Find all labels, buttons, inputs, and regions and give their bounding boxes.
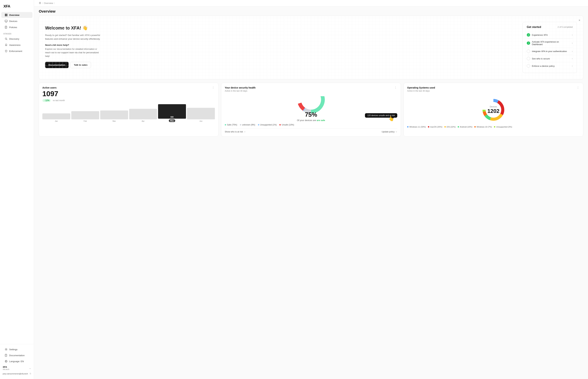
- donut-container: 75%: [294, 96, 328, 117]
- svg-rect-1: [6, 14, 7, 15]
- bar-feb-rect: [71, 111, 99, 119]
- legend-unknown: unknown (9%): [240, 124, 255, 126]
- check-done-icon: ✓: [527, 33, 530, 37]
- check-pending-icon: [527, 49, 530, 53]
- legend-unsafe-label: Unsafe (10%): [282, 124, 294, 126]
- chevron-right-icon-3: ›: [572, 50, 573, 53]
- checklist-label-activate: Activate XFA experience on Dashboard: [532, 41, 570, 46]
- security-legend: Safe (75%) unknown (9%) Unsupported (1%)…: [225, 124, 397, 126]
- legend-unknown-dot: [240, 124, 241, 126]
- sidebar-devices-label: Devices: [9, 20, 17, 22]
- security-health-menu[interactable]: ⋮: [394, 86, 397, 89]
- user-email-row: joey.vansommeren@xfa.tech ⎘: [0, 372, 34, 376]
- os-win11-label: Windows 11 (33%): [409, 126, 426, 128]
- bar-may-label[interactable]: May: [169, 119, 175, 122]
- breadcrumb-sep1: /: [42, 2, 43, 4]
- checklist-item-policy[interactable]: Enforce a device policy ›: [527, 62, 573, 69]
- chevron-right-icon: ›: [572, 33, 573, 36]
- breadcrumb-sep2: /: [54, 2, 55, 4]
- show-at-risk-link[interactable]: Show who is at risk →: [225, 131, 246, 133]
- svg-rect-3: [6, 15, 7, 16]
- os-legend-win10: Windows 10 (7%): [474, 126, 492, 128]
- chevron-right-icon-5: ›: [572, 64, 573, 67]
- sidebar-item-policies[interactable]: Policies: [1, 24, 32, 30]
- sidebar-item-documentation[interactable]: Documentation: [1, 352, 32, 358]
- gear-icon: [5, 348, 7, 351]
- checklist-label-policy: Enforce a device policy: [532, 65, 570, 67]
- copy-icon[interactable]: ⎘: [30, 372, 31, 375]
- documentation-button[interactable]: Documentation: [45, 62, 69, 68]
- get-started-title: Get started: [527, 26, 541, 29]
- checklist-label-experience: Experience XFA: [532, 34, 570, 36]
- active-users-menu[interactable]: ⋮: [212, 86, 215, 89]
- donut-center: 75%: [305, 111, 317, 117]
- docs-icon: [5, 354, 7, 357]
- talk-to-sales-button[interactable]: Talk to sales: [70, 62, 91, 68]
- bar-jan-rect: [42, 113, 70, 119]
- grid-icon: [5, 14, 7, 16]
- translate-icon: [5, 360, 7, 363]
- sidebar-item-settings[interactable]: Settings: [1, 347, 32, 352]
- security-card-footer: Show who is at risk → Update policy →: [225, 128, 397, 133]
- welcome-title: Welcome to XFA! 👋: [45, 25, 519, 31]
- check-done-icon-2: ✓: [527, 41, 530, 45]
- os-subtitle: Active in the last 30 days: [407, 90, 580, 92]
- get-started-header: Get started 2 of 5 completed: [527, 26, 573, 29]
- security-health-subtitle: Active in the last 30 days: [225, 90, 397, 92]
- sidebar-item-devices[interactable]: Devices: [1, 18, 32, 24]
- sidebar-item-awareness[interactable]: Awareness: [1, 42, 32, 48]
- sidebar-item-discovery[interactable]: Discovery: [1, 36, 32, 42]
- sidebar-item-overview[interactable]: Overview: [1, 12, 32, 18]
- user-section: XFA xfa.tech ⌄: [0, 364, 34, 372]
- breadcrumb-overview[interactable]: Overview: [44, 2, 53, 4]
- os-card: Operating Systems used ⋮ Active in the l…: [404, 83, 583, 137]
- update-policy-link[interactable]: Update policy →: [382, 131, 397, 133]
- checklist-item-activate[interactable]: ✓ Activate XFA experience on Dashboard ›: [527, 39, 573, 48]
- close-button[interactable]: ×: [578, 18, 580, 22]
- os-menu[interactable]: ⋮: [577, 86, 580, 89]
- active-users-header: Active users ⋮: [42, 86, 215, 89]
- os-win10-dot: [474, 126, 476, 127]
- bar-apr-rect: [129, 109, 157, 119]
- os-macos-dot: [428, 126, 429, 127]
- sidebar-item-language[interactable]: Language: EN: [1, 358, 32, 364]
- user-domain: xfa.tech: [3, 368, 9, 370]
- checklist-label-secure: See who is secure: [532, 57, 570, 60]
- os-legend: Windows 11 (33%) macOS (25%) iOS (22%) A…: [407, 126, 580, 128]
- check-pending-icon-2: [527, 57, 530, 60]
- os-legend-ios: iOS (22%): [444, 126, 456, 128]
- bar-jun-label: Jun: [199, 120, 202, 122]
- user-info: XFA xfa.tech: [3, 366, 9, 370]
- legend-unsupported-label: Unsupported (1%): [260, 124, 277, 126]
- os-legend-macos: macOS (25%): [428, 126, 442, 128]
- welcome-buttons: Documentation Talk to sales: [45, 62, 519, 68]
- os-legend-android: Android (10%): [458, 126, 472, 128]
- checklist-label-integrate: Integrate XFA in your authentication: [532, 50, 570, 53]
- sidebar-item-enforcement[interactable]: Enforcement: [1, 48, 32, 54]
- svg-line-12: [7, 39, 7, 40]
- os-win10-label: Windows 10 (7%): [477, 126, 492, 128]
- os-donut-section: Devices 1202: [407, 95, 580, 124]
- checklist-item-secure[interactable]: See who is secure ›: [527, 55, 573, 62]
- os-android-dot: [458, 126, 459, 127]
- os-devices-label: Devices: [487, 106, 499, 108]
- os-win11-dot: [407, 126, 408, 127]
- os-ios-dot: [444, 126, 446, 127]
- os-legend-unsupported: Unsupported (3%): [494, 126, 512, 128]
- sidebar-language-label: Language: EN: [9, 360, 24, 363]
- svg-rect-4: [5, 20, 7, 22]
- os-donut-container: Devices 1202: [480, 96, 507, 124]
- bell-icon: [5, 44, 7, 46]
- sidebar-overview-label: Overview: [9, 14, 19, 16]
- bar-apr: Apr: [129, 109, 157, 122]
- chevron-right-icon-2: ›: [572, 42, 573, 45]
- checklist-item-integrate[interactable]: Integrate XFA in your authentication ›: [527, 48, 573, 55]
- vs-last-month: vs last month: [53, 99, 65, 102]
- bar-mar: Mar: [100, 111, 128, 122]
- user-chevron-icon[interactable]: ⌄: [29, 366, 31, 370]
- active-users-count: 1097: [42, 90, 215, 98]
- svg-rect-2: [5, 15, 6, 16]
- checklist-item-experience[interactable]: ✓ Experience XFA ›: [527, 31, 573, 39]
- logo-text: XFA: [3, 4, 10, 9]
- home-icon[interactable]: [39, 2, 41, 5]
